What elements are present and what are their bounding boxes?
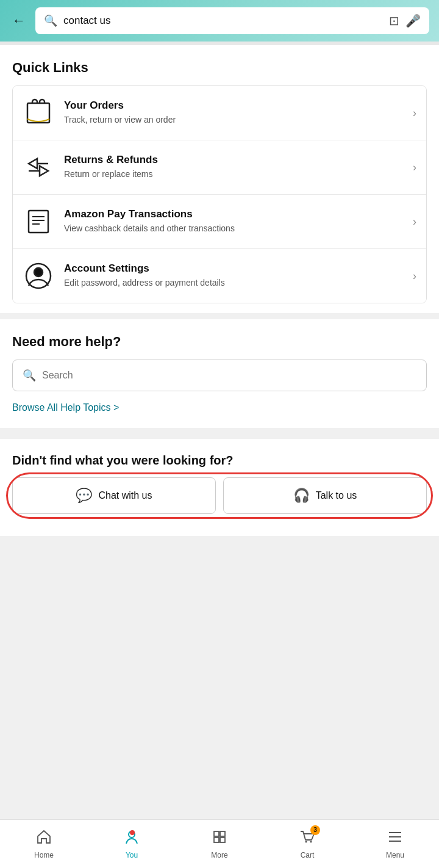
- svg-point-6: [34, 268, 43, 277]
- help-section: Need more help? 🔍 Browse All Help Topics…: [0, 319, 439, 428]
- help-title: Need more help?: [12, 334, 427, 350]
- nav-label-cart: Cart: [301, 851, 315, 859]
- search-bar-container: 🔍 ⊡ 🎤: [35, 7, 429, 34]
- you-icon: [124, 829, 140, 848]
- talk-button-label: Talk to us: [316, 490, 357, 501]
- nav-item-menu[interactable]: Menu: [351, 820, 439, 868]
- phone-headset-icon: 🎧: [293, 488, 310, 504]
- account-text: Account Settings Edit password, address …: [64, 262, 403, 289]
- nav-item-more[interactable]: More: [176, 820, 263, 868]
- back-button[interactable]: ←: [10, 10, 28, 31]
- svg-rect-8: [214, 831, 219, 836]
- help-search-input[interactable]: [42, 370, 416, 381]
- menu-icon: [387, 829, 403, 848]
- returns-icon: [23, 151, 54, 183]
- cart-icon: 3: [299, 829, 315, 848]
- pay-chevron: ›: [413, 215, 416, 228]
- pay-text: Amazon Pay Transactions View cashback de…: [64, 208, 403, 235]
- header: ← 🔍 ⊡ 🎤: [0, 0, 439, 42]
- nav-label-menu: Menu: [386, 851, 404, 859]
- account-subtitle: Edit password, address or payment detail…: [64, 277, 403, 289]
- quick-links-title: Quick Links: [12, 60, 427, 76]
- account-title: Account Settings: [64, 262, 403, 275]
- more-icon: [212, 829, 227, 848]
- search-bar-icons: ⊡ 🎤: [389, 13, 421, 28]
- pay-title: Amazon Pay Transactions: [64, 208, 403, 220]
- svg-point-13: [310, 841, 312, 842]
- returns-refunds-item[interactable]: Returns & Refunds Return or replace item…: [13, 140, 426, 195]
- cart-badge-count: 3: [310, 825, 320, 835]
- returns-title: Returns & Refunds: [64, 154, 403, 166]
- help-search-icon: 🔍: [23, 369, 36, 382]
- returns-chevron: ›: [413, 161, 416, 174]
- nav-item-you[interactable]: You: [88, 820, 176, 868]
- bottom-spacer: [0, 536, 439, 585]
- returns-subtitle: Return or replace items: [64, 168, 403, 181]
- orders-text: Your Orders Track, return or view an ord…: [64, 99, 403, 126]
- quick-links-card: Your Orders Track, return or view an ord…: [12, 85, 427, 303]
- amazon-pay-item[interactable]: Amazon Pay Transactions View cashback de…: [13, 195, 426, 249]
- pay-icon: [23, 206, 54, 237]
- pay-subtitle: View cashback details and other transact…: [64, 223, 403, 235]
- account-icon: [23, 260, 54, 292]
- svg-point-12: [305, 841, 307, 842]
- orders-icon: [23, 97, 54, 129]
- svg-rect-10: [214, 837, 219, 842]
- nav-label-you: You: [126, 851, 138, 859]
- chat-with-us-button[interactable]: 💬 Chat with us: [12, 477, 216, 514]
- nav-label-home: Home: [34, 851, 54, 859]
- orders-chevron: ›: [413, 107, 416, 120]
- talk-to-us-button[interactable]: 🎧 Talk to us: [223, 477, 427, 514]
- svg-rect-9: [220, 831, 225, 836]
- didnt-find-title: Didn't find what you were looking for?: [12, 454, 427, 468]
- orders-subtitle: Track, return or view an order: [64, 114, 403, 126]
- orders-title: Your Orders: [64, 99, 403, 112]
- you-notification-dot: [130, 830, 135, 835]
- microphone-icon[interactable]: 🎤: [405, 13, 421, 28]
- returns-text: Returns & Refunds Return or replace item…: [64, 154, 403, 181]
- section-divider-1: [0, 313, 439, 319]
- chat-button-label: Chat with us: [98, 490, 152, 501]
- nav-item-cart[interactable]: 3 Cart: [263, 820, 351, 868]
- chat-icon: 💬: [76, 488, 92, 504]
- camera-scan-icon[interactable]: ⊡: [389, 13, 399, 28]
- section-divider-2: [0, 428, 439, 434]
- contact-buttons-container: 💬 Chat with us 🎧 Talk to us: [12, 477, 427, 514]
- quick-links-section: Quick Links Your Orders Track, return or…: [0, 45, 439, 313]
- svg-rect-11: [220, 837, 225, 842]
- nav-item-home[interactable]: Home: [0, 820, 88, 868]
- bottom-navigation: Home You More: [0, 819, 439, 868]
- help-search-box[interactable]: 🔍: [12, 360, 427, 391]
- home-icon: [36, 829, 52, 848]
- didnt-find-section: Didn't find what you were looking for? 💬…: [0, 434, 439, 536]
- svg-rect-1: [29, 211, 48, 233]
- account-chevron: ›: [413, 270, 416, 283]
- search-icon: 🔍: [44, 14, 57, 27]
- nav-label-more: More: [211, 851, 227, 859]
- your-orders-item[interactable]: Your Orders Track, return or view an ord…: [13, 86, 426, 140]
- search-input[interactable]: [63, 15, 383, 27]
- account-settings-item[interactable]: Account Settings Edit password, address …: [13, 249, 426, 303]
- browse-all-topics-link[interactable]: Browse All Help Topics >: [12, 402, 119, 413]
